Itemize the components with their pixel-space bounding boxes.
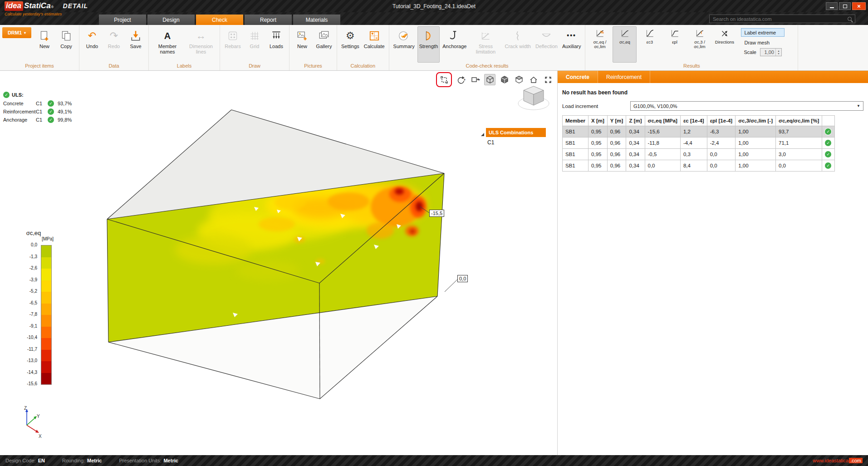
tab-project[interactable]: Project xyxy=(99,15,146,25)
new-project-item-button[interactable]: New xyxy=(34,26,55,63)
zoom-extents-tool[interactable] xyxy=(542,74,554,85)
grid-button[interactable]: Grid xyxy=(244,26,265,63)
new-picture-button[interactable]: New xyxy=(292,26,313,63)
member-names-icon: A xyxy=(164,29,171,43)
results-tabs: Concrete Reinforcement xyxy=(558,71,868,83)
table-row[interactable]: SB1 0,95 0,96 0,34 0,0 8,4 0,0 1,00 0,0 … xyxy=(563,160,835,172)
load-increment-dropdown[interactable]: G100,0%, V100,0% ▼ xyxy=(630,101,863,111)
panel-collapse-grip[interactable] xyxy=(481,133,484,136)
logo-statica: StatiCa xyxy=(24,1,51,10)
home-view-tool[interactable] xyxy=(528,74,539,85)
uls-summary-row-reinforcement: Reinforcement C1 ✓ 49,1% xyxy=(3,108,79,115)
results-table: Member X [m] Y [m] Z [m] σc,eq [MPa] εc … xyxy=(562,115,835,172)
tab-check[interactable]: Check xyxy=(196,15,243,25)
combinations-panel-title[interactable]: ULS Combinations xyxy=(486,128,546,137)
result-sceq-button[interactable]: σc,eq xyxy=(613,26,637,63)
check-icon: ✓ xyxy=(48,108,54,115)
result-ec3-button[interactable]: εc3 xyxy=(638,26,662,63)
rounding-status: Rounding: Metric xyxy=(62,458,102,463)
table-header-row: Member X [m] Y [m] Z [m] σc,eq [MPa] εc … xyxy=(563,116,835,126)
group-label-calculation: Calculation xyxy=(339,63,387,70)
app-window: Tutorial_3D_Footing_24.1.ideaDet × idea … xyxy=(0,0,868,466)
result-sc3-sclim-button[interactable]: ! σc,3 / σc,lim xyxy=(687,26,711,63)
strength-button[interactable]: Strength xyxy=(417,26,440,63)
svg-text:Z: Z xyxy=(24,406,27,411)
dimension-lines-button[interactable]: ↔ Dimension lines xyxy=(185,26,217,63)
scale-spinner[interactable]: 1,00 ▲ ▼ xyxy=(760,48,782,56)
statusbar: Design Code: EN Rounding: Metric Present… xyxy=(0,455,868,466)
copy-project-item-button[interactable]: Copy xyxy=(56,26,77,63)
undo-button[interactable]: ↶ Undo xyxy=(82,26,103,63)
search-box xyxy=(709,15,855,23)
transparent-view-tool[interactable] xyxy=(513,74,525,85)
result-sceq-sclim-button[interactable]: % σc,eq / σc,lim xyxy=(588,26,612,63)
ribbon-group-labels: A Member names ↔ Dimension lines Labels xyxy=(149,25,220,70)
result-epl-button[interactable]: εpl xyxy=(662,26,687,63)
tab-concrete[interactable]: Concrete xyxy=(558,71,598,83)
combinations-panel: ULS Combinations C1 xyxy=(481,128,546,146)
member-names-button[interactable]: A Member names xyxy=(151,26,184,63)
summary-button[interactable]: Summary xyxy=(392,26,417,63)
extreme-value-label: -15,5 xyxy=(429,210,444,217)
tab-design[interactable]: Design xyxy=(147,15,195,25)
ribbon-group-draw: Rebars Grid Loads Draw xyxy=(220,25,289,70)
rotate-view-tool[interactable]: ▾ xyxy=(455,74,466,85)
redo-button[interactable]: ↷ Redo xyxy=(103,26,124,63)
axonometry-wire-tool[interactable] xyxy=(484,74,495,85)
loads-button[interactable]: Loads xyxy=(266,26,287,63)
auxiliary-button[interactable]: ••• Auxiliary xyxy=(560,26,583,63)
view-capture-tool[interactable]: ▾ xyxy=(470,74,481,85)
result-directions-button[interactable]: Directions xyxy=(712,26,736,63)
rebars-button[interactable]: Rebars xyxy=(222,26,243,63)
model-3d-scene[interactable] xyxy=(0,71,558,455)
minimize-button[interactable] xyxy=(826,2,838,10)
search-input[interactable] xyxy=(713,16,848,22)
section-plane-tool[interactable] xyxy=(438,74,450,85)
close-button[interactable]: × xyxy=(852,2,866,10)
crack-width-button[interactable]: Crack width xyxy=(503,26,532,63)
tab-reinforcement[interactable]: Reinforcement xyxy=(598,71,650,83)
deflection-button[interactable]: Deflection xyxy=(534,26,559,63)
combination-item-c1[interactable]: C1 xyxy=(487,139,546,146)
window-controls: × xyxy=(826,2,868,10)
units-status: Presentation Units: Metric xyxy=(119,458,178,463)
rebars-icon xyxy=(227,29,239,43)
calculate-icon xyxy=(368,29,380,43)
solid-view-tool[interactable] xyxy=(499,74,510,85)
logo-app-name: DETAIL xyxy=(63,2,88,10)
tab-report[interactable]: Report xyxy=(245,15,292,25)
check-icon: ✓ xyxy=(48,100,54,107)
draw-mesh-toggle[interactable]: Draw mesh xyxy=(741,38,785,47)
label-extreme-toggle[interactable]: Label extreme xyxy=(741,28,785,37)
calculate-button[interactable]: Calculate xyxy=(362,26,387,63)
stress-limitation-button[interactable]: Stress limitation xyxy=(469,26,502,63)
drm1-dropdown[interactable]: DRM1 ▾ xyxy=(2,27,31,38)
document-title: Tutorial_3D_Footing_24.1.ideaDet xyxy=(0,3,868,10)
ribbon-group-project-items: DRM1 ▾ New Copy Project items xyxy=(0,25,79,70)
gallery-button[interactable]: Gallery xyxy=(314,26,334,63)
sc3-sclim-chart-icon: ! xyxy=(695,29,705,39)
directions-icon xyxy=(720,29,730,39)
maximize-button[interactable] xyxy=(839,2,851,10)
chevron-down-icon: ▾ xyxy=(24,31,26,35)
table-row[interactable]: SB1 0,95 0,96 0,34 -0,5 0,3 0,0 1,00 3,0… xyxy=(563,149,835,160)
group-label-draw: Draw xyxy=(222,63,287,70)
app-logo: idea StatiCa ® DETAIL Calculate yesterda… xyxy=(5,1,88,16)
settings-button[interactable]: ⚙ Settings xyxy=(339,26,361,63)
results-panel: Concrete Reinforcement No result has bee… xyxy=(558,71,868,455)
website-link[interactable]: www.ideastatica .com xyxy=(813,458,863,463)
navigation-cube[interactable] xyxy=(515,83,552,115)
spinner-arrows[interactable]: ▲ ▼ xyxy=(775,49,781,56)
tab-materials[interactable]: Materials xyxy=(293,15,340,25)
save-button[interactable]: Save xyxy=(125,26,146,63)
uls-summary-row-anchorage: Anchorage C1 ✓ 99,8% xyxy=(3,117,79,123)
anchorage-button[interactable]: Anchorage xyxy=(441,26,468,63)
search-icon xyxy=(848,17,852,21)
table-row[interactable]: SB1 0,95 0,96 0,34 -15,6 1,2 -6,3 1,00 9… xyxy=(563,126,835,137)
svg-text:!: ! xyxy=(701,30,702,35)
copy-icon xyxy=(60,29,72,43)
load-increment-label: Load increment xyxy=(562,103,630,109)
check-icon: ✓ xyxy=(825,151,831,157)
table-row[interactable]: SB1 0,95 0,96 0,34 -11,8 -4,4 -2,4 1,00 … xyxy=(563,137,835,149)
ellipsis-icon: ••• xyxy=(567,29,576,43)
